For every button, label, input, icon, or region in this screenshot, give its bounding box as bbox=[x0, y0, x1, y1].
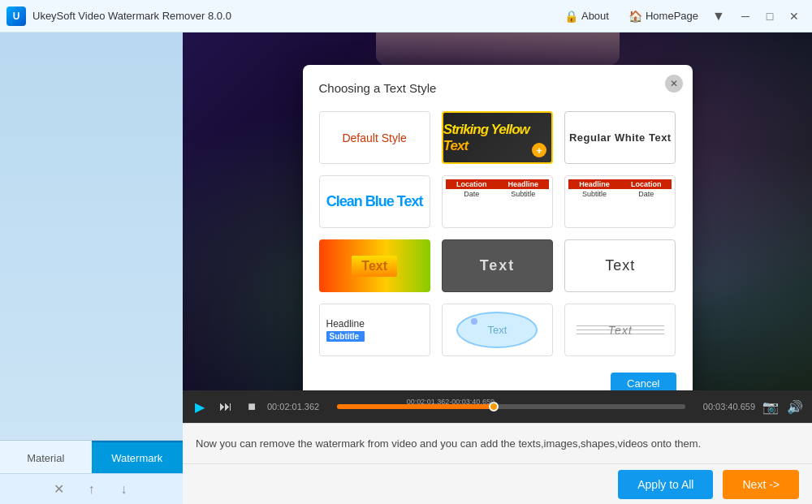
style-handwriting[interactable]: Text bbox=[564, 304, 676, 356]
apply-to-all-button[interactable]: Apply to All bbox=[618, 470, 713, 499]
style-default[interactable]: Default Style bbox=[319, 111, 430, 164]
video-area: Choosing a Text Style ✕ Default Style St… bbox=[183, 32, 812, 390]
style-grid: Default Style Striking Yellow Text + Reg… bbox=[319, 111, 676, 356]
style-table-red-left[interactable]: Location Headline Date Subtitle bbox=[442, 175, 553, 228]
sidebar-controls: ✕ ↑ ↓ bbox=[0, 473, 183, 504]
style-dark-label: Text bbox=[480, 257, 516, 274]
style-table-red-right[interactable]: Headline Location Subtitle Date bbox=[564, 175, 676, 228]
sidebar-media-area bbox=[0, 32, 183, 440]
timeline-time-end: 00:03:40.659 bbox=[690, 402, 755, 411]
main-layout: Material Watermark ✕ ↑ ↓ Choosing a Text… bbox=[0, 32, 812, 504]
style-headline-subtitle[interactable]: Headline Subtitle bbox=[319, 304, 430, 356]
bubble-shape: Text bbox=[456, 312, 538, 348]
text-style-modal: Choosing a Text Style ✕ Default Style St… bbox=[303, 65, 693, 390]
play-button[interactable]: ▶ bbox=[189, 396, 210, 417]
volume-button[interactable]: 🔊 bbox=[784, 396, 806, 417]
table-red-left-content: Location Headline Date Subtitle bbox=[446, 179, 549, 224]
tab-material[interactable]: Material bbox=[0, 441, 92, 473]
hl-headline-text: Headline bbox=[326, 318, 365, 330]
style-default-label: Default Style bbox=[342, 131, 406, 144]
app-icon: U bbox=[6, 6, 26, 26]
col-headline2: Headline bbox=[568, 179, 620, 189]
minimize-button[interactable]: ─ bbox=[734, 5, 757, 28]
style-dark[interactable]: Text bbox=[442, 239, 553, 292]
modal-footer: Cancel bbox=[319, 373, 676, 390]
col-headline: Headline bbox=[498, 179, 550, 189]
col-subtitle: Subtitle bbox=[498, 189, 550, 199]
style-plain-label: Text bbox=[605, 257, 635, 274]
sidebar-tabs: Material Watermark bbox=[0, 440, 183, 473]
bubble-dot bbox=[471, 318, 477, 325]
col-location: Location bbox=[446, 179, 498, 189]
info-text: Now you can remove the watermark from vi… bbox=[196, 437, 799, 450]
style-yellow[interactable]: Striking Yellow Text + bbox=[442, 111, 553, 164]
delete-item-button[interactable]: ✕ bbox=[48, 478, 71, 501]
style-yellow-plus: + bbox=[532, 143, 546, 157]
timeline: ▶ ⏭ ■ 00:02:01.362 00:02:01.362-00:03:40… bbox=[183, 390, 812, 423]
app-title: UkeySoft Video Watermark Remover 8.0.0 bbox=[32, 10, 556, 22]
next-button[interactable]: Next -> bbox=[723, 470, 799, 499]
style-white-label: Regular White Text bbox=[569, 131, 672, 144]
bubble-label: Text bbox=[488, 324, 508, 336]
col-location2: Location bbox=[620, 179, 672, 189]
frame-forward-button[interactable]: ⏭ bbox=[215, 396, 236, 417]
style-colorband-label: Text bbox=[352, 256, 397, 277]
timeline-track[interactable]: 00:02:01.362-00:03:40.659 bbox=[337, 404, 685, 409]
title-nav: 🔒 About 🏠 HomePage ▼ bbox=[556, 5, 728, 28]
cancel-button[interactable]: Cancel bbox=[611, 373, 676, 390]
content-area: Choosing a Text Style ✕ Default Style St… bbox=[183, 32, 812, 504]
col-date2: Date bbox=[620, 189, 672, 199]
home-icon: 🏠 bbox=[628, 10, 642, 23]
style-blue-label: Clean Blue Text bbox=[326, 193, 423, 210]
homepage-button[interactable]: 🏠 HomePage bbox=[620, 6, 706, 26]
lock-icon: 🔒 bbox=[564, 10, 578, 23]
style-white[interactable]: Regular White Text bbox=[564, 111, 676, 164]
headline-content: Headline Subtitle bbox=[326, 318, 365, 342]
timeline-time-start: 00:02:01.362 bbox=[267, 402, 332, 411]
modal-overlay: Choosing a Text Style ✕ Default Style St… bbox=[183, 32, 812, 390]
nav-dropdown-button[interactable]: ▼ bbox=[710, 5, 728, 28]
move-down-button[interactable]: ↓ bbox=[113, 478, 136, 501]
style-bubble[interactable]: Text bbox=[442, 304, 553, 356]
style-plain[interactable]: Text bbox=[564, 239, 676, 292]
info-bar: Now you can remove the watermark from vi… bbox=[183, 423, 812, 463]
timeline-range-label: 00:02:01.362-00:03:40.659 bbox=[407, 398, 495, 406]
title-bar: U UkeySoft Video Watermark Remover 8.0.0… bbox=[0, 0, 812, 32]
timeline-icons: 📷 🔊 bbox=[760, 396, 806, 417]
tab-watermark[interactable]: Watermark bbox=[92, 441, 184, 473]
modal-title: Choosing a Text Style bbox=[319, 81, 676, 95]
window-controls: ─ □ ✕ bbox=[734, 5, 806, 28]
hl-subtitle-text: Subtitle bbox=[326, 331, 365, 342]
style-blue[interactable]: Clean Blue Text bbox=[319, 175, 430, 228]
col-date: Date bbox=[446, 189, 498, 199]
screenshot-button[interactable]: 📷 bbox=[760, 396, 781, 417]
modal-close-button[interactable]: ✕ bbox=[665, 75, 683, 93]
move-up-button[interactable]: ↑ bbox=[80, 478, 103, 501]
table-red-right-content: Headline Location Subtitle Date bbox=[568, 179, 672, 224]
hw-label: Text bbox=[608, 324, 633, 337]
about-button[interactable]: 🔒 About bbox=[556, 6, 617, 26]
close-button[interactable]: ✕ bbox=[783, 5, 806, 28]
col-subtitle2: Subtitle bbox=[568, 189, 620, 199]
restore-button[interactable]: □ bbox=[758, 5, 781, 28]
action-buttons: Apply to All Next -> bbox=[183, 463, 812, 504]
sidebar: Material Watermark ✕ ↑ ↓ bbox=[0, 32, 183, 504]
stop-button[interactable]: ■ bbox=[241, 396, 262, 417]
style-colorband[interactable]: Text bbox=[319, 239, 430, 292]
